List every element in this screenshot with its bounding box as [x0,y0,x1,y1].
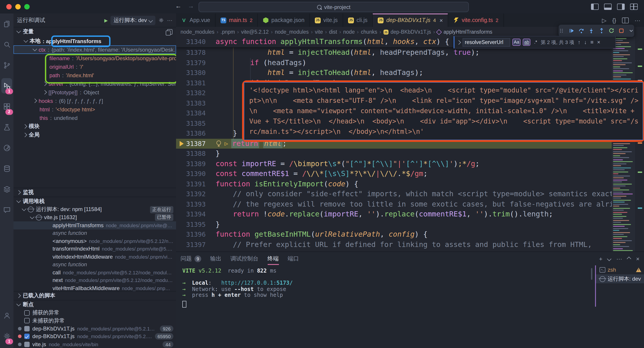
callstack-row[interactable]: async function [14,229,176,237]
line-number[interactable]: 31391 [176,179,206,189]
database-icon[interactable] [0,158,14,179]
step-into-icon[interactable] [588,28,594,34]
match-case-toggle[interactable]: Aa [512,38,520,46]
find-input[interactable] [462,38,510,46]
terminal-list-item-dev[interactable]: 运行脚本: dev [595,274,644,283]
new-terminal-icon[interactable]: + [599,255,602,262]
panel-tab-输出[interactable]: 输出 [210,252,222,266]
find-expand-icon[interactable] [456,40,461,44]
callstack-row[interactable]: callnode_modules/.pnpm/vite@5.2.12/node_… [14,268,176,276]
comments-icon[interactable] [0,199,14,220]
line-number[interactable]: 31382 [176,88,206,98]
callstack-row[interactable]: applyHtmlTransformsnode_modules/.pnpm/vi… [14,221,176,229]
testing-icon[interactable] [0,117,14,138]
traffic-lights[interactable] [6,4,30,10]
tab-vitejs[interactable]: JSvite.js [310,14,343,27]
code-line-31397[interactable]: 31397 // Prefer explicit URL if defined … [176,240,612,250]
breakpoint-row[interactable]: 捕获的异常 [14,309,176,317]
variable-row-html[interactable]: html: '<!doctype html> [14,105,176,114]
toggle-sidebar-icon[interactable] [591,4,599,10]
breadcrumb-item[interactable]: dist [329,29,337,34]
panel-tab-端口[interactable]: 端口 [288,252,299,266]
regex-toggle[interactable]: .* [533,38,538,46]
more-icon[interactable]: ··· [616,255,622,262]
line-number[interactable]: 31390 [176,169,206,179]
variable-row-path[interactable]: path: '/index.html' [14,71,176,80]
watch-section-header[interactable]: 监视 [14,188,176,197]
line-number[interactable]: 31388 [176,149,206,159]
line-number[interactable]: 31396 [176,230,206,240]
callstack-row[interactable]: viteIndexHtmlMiddlewarenode_modules/.pnp… [14,253,176,261]
callstack-row[interactable]: 运行脚本: dev: npm [11584]正在运行 [14,206,176,214]
line-number[interactable]: 31397 [176,240,206,250]
close-window-icon[interactable] [6,4,12,10]
line-number[interactable]: 31383 [176,98,206,108]
chevron-closed-icon[interactable] [23,133,27,137]
code-line-31388[interactable]: 31388} [176,149,612,159]
loaded-scripts-section-header[interactable]: 已载入的脚本 [14,291,176,300]
callstack-row[interactable]: viteHtmlFallbackMiddlewarenode_modules/.… [14,284,176,291]
history-forward-icon[interactable]: → [188,2,194,10]
explorer-icon[interactable] [0,14,14,34]
variable-row-ctx[interactable]: ctx: {path: '/index.html', filename: '/U… [14,45,176,54]
callstack-row[interactable]: transformIndexHtmlnode_modules/.pnpm/vit… [14,245,176,253]
variable-row-originalUrl[interactable]: originalUrl: '/' [14,62,176,71]
tab-depBKbDVx1Tjs[interactable]: JSdep-BKbDVx1T.js4× [373,14,448,27]
breakpoint-checkbox[interactable] [24,326,30,332]
terminal-list-item-zsh[interactable]: >_zsh [595,266,644,274]
variable-row-[interactable]: 全局 [14,131,176,139]
breadcrumb-item[interactable]: chunks [361,29,377,34]
tab-packagejson[interactable]: package.json [258,14,310,27]
breadcrumb-item[interactable]: vite@5.2.12 [241,29,269,34]
search-icon[interactable] [0,34,14,55]
callstack-section-header[interactable]: 调用堆栈 [14,197,176,206]
tab-clijs[interactable]: JScli.js [343,14,373,27]
breadcrumb-item[interactable]: node [343,29,355,34]
breadcrumb-item[interactable]: node_modules [180,29,214,34]
find-next-icon[interactable]: ↓ [584,39,587,45]
line-number[interactable]: 31386 [176,128,206,138]
tab-Appvue[interactable]: VApp.vue [176,14,216,27]
code-line-31390[interactable]: 31390const commentRE$1 = /\/\*[\s\S]*?\*… [176,169,612,179]
terminal-dropdown-icon[interactable] [607,256,612,261]
chevron-closed-icon[interactable] [32,98,37,103]
callstack-row[interactable]: async function [14,261,176,268]
breakpoint-row[interactable]: dep-BKbDVx1T.jsnode_modules/.pnpm/vite@5… [14,332,176,340]
maximize-panel-icon[interactable] [627,256,632,261]
chevron-open-icon[interactable] [22,207,26,211]
breakpoint-row[interactable]: 未捕获的异常 [14,317,176,325]
breakpoint-checkbox[interactable] [24,342,30,347]
find-prev-icon[interactable]: ↑ [578,39,580,45]
breakpoint-checkbox[interactable] [24,334,30,339]
more-actions-icon[interactable]: ··· [167,17,172,23]
code-line-31395[interactable]: 31395} [176,219,612,230]
start-debug-icon[interactable]: ▶ [104,18,108,23]
launch-config-dropdown[interactable]: 运行脚本: dev [110,16,156,25]
line-number[interactable]: 31394 [176,209,206,219]
code-line-31379[interactable]: 31379 if (headTags) [176,58,612,68]
stop-icon[interactable] [618,28,624,34]
copy-icon[interactable] [167,29,172,34]
variable-row-server[interactable]: server: {config: {…}, middlewares: ƒ, ht… [14,80,176,88]
breadcrumb-symbol[interactable]: applyHtmlTransforms [444,29,492,34]
settings-gear-icon[interactable]: 1 [0,326,14,346]
line-number[interactable]: 31381 [176,78,206,88]
toggle-panel-icon[interactable] [604,4,612,10]
whole-word-toggle[interactable]: ab [523,38,530,46]
panel-tab-问题[interactable]: 问题9 [180,252,201,266]
breadcrumb-file[interactable]: dep-BKbDVx1T.js [390,29,431,34]
maximize-window-icon[interactable] [24,4,30,10]
variable-row-[interactable]: 模块 [14,122,176,131]
chevron-open-icon[interactable] [30,215,34,219]
extensions-icon[interactable]: 2 [0,96,14,117]
close-icon[interactable]: × [440,17,443,24]
callstack-row[interactable]: <anonymous>node_modules/.pnpm/vite@5.2.1… [14,237,176,245]
tab-viteconfigts[interactable]: vite.config.ts2 [448,14,504,27]
minimap[interactable] [612,37,635,252]
chevron-open-icon[interactable] [32,47,37,51]
line-number[interactable]: 31378 [176,48,206,58]
breakpoints-section-header[interactable]: 断点 [14,300,176,309]
panel-tab-终端[interactable]: 终端 [268,252,279,266]
source-control-icon[interactable] [0,55,14,76]
tab-maints[interactable]: TSmain.ts2 [216,14,258,27]
